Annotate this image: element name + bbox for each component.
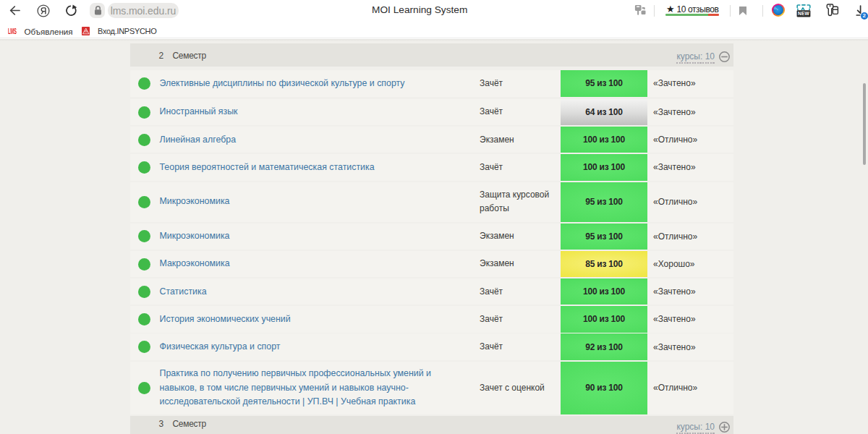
svg-text:NEW: NEW [798, 11, 810, 16]
